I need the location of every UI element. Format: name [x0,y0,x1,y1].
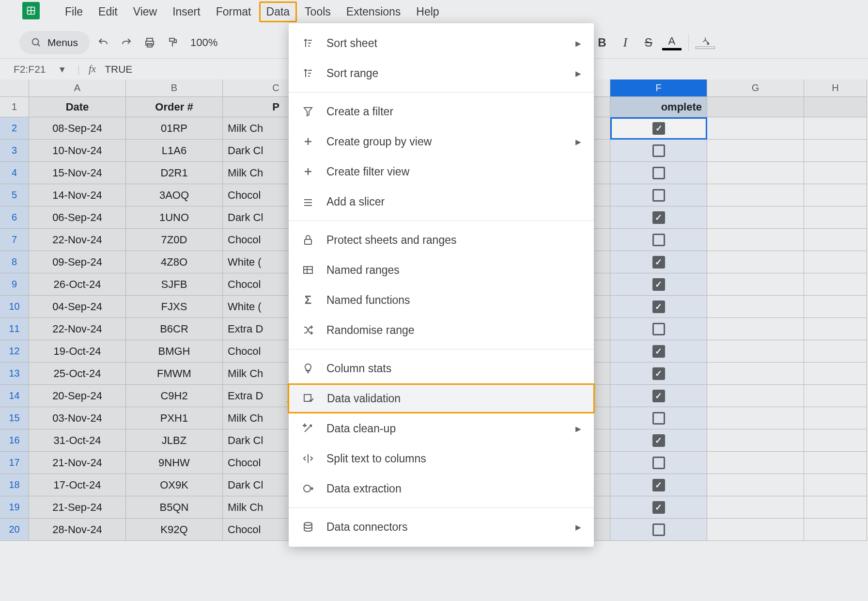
menu-item-data-clean-up[interactable]: Data clean-up▸ [289,413,594,443]
column-header-B[interactable]: B [126,79,223,97]
menu-item-data-extraction[interactable]: Data extraction [289,474,594,504]
checkbox[interactable] [652,144,665,157]
checkbox[interactable] [652,457,665,469]
column-header-F[interactable]: F [610,79,707,97]
row-header-8[interactable]: 8 [0,251,29,273]
row-header-3[interactable]: 3 [0,140,29,162]
checkbox[interactable] [652,434,665,447]
cell-complete-checkbox[interactable] [610,117,707,140]
cell-h[interactable] [804,206,867,229]
menu-item-protect-sheets-and-ranges[interactable]: Protect sheets and ranges [289,225,594,255]
menu-item-split-text-to-columns[interactable]: Split text to columns [289,443,594,474]
menu-item-column-stats[interactable]: Column stats [289,353,594,383]
row-header-7[interactable]: 7 [0,229,29,251]
row-header-12[interactable]: 12 [0,340,29,363]
zoom-level[interactable]: 100% [186,36,221,49]
cell-g[interactable] [707,117,804,140]
row-header-4[interactable]: 4 [0,162,29,184]
checkbox[interactable] [652,390,665,402]
checkbox[interactable] [652,167,665,179]
cell-g[interactable] [707,184,804,206]
menu-item-add-a-slicer[interactable]: Add a slicer [289,187,594,217]
cell-complete-checkbox[interactable] [610,429,707,452]
name-box[interactable]: F2:F21 ▾ [10,62,69,77]
cell-complete-checkbox[interactable] [610,452,707,474]
column-header-G[interactable]: G [707,79,804,97]
menu-item-data-validation[interactable]: Data validation [288,383,595,413]
cell-h[interactable] [804,162,867,184]
cell-complete-checkbox[interactable] [610,407,707,429]
cell-complete-checkbox[interactable] [610,363,707,385]
cell-h[interactable] [804,251,867,273]
cell-complete-checkbox[interactable] [610,496,707,519]
checkbox[interactable] [652,323,665,335]
menu-item-create-filter-view[interactable]: Create filter view [289,157,594,187]
cell-complete-checkbox[interactable] [610,206,707,229]
menu-data[interactable]: Data [259,1,297,22]
cell-h[interactable] [804,318,867,340]
menu-item-named-functions[interactable]: ΣNamed functions [289,285,594,315]
row-header-9[interactable]: 9 [0,273,29,296]
row-header-17[interactable]: 17 [0,452,29,474]
cell-g[interactable] [707,140,804,162]
text-color-button[interactable]: A [662,33,682,52]
cell-h[interactable] [804,429,867,452]
cell-h[interactable] [804,407,867,429]
italic-button[interactable]: I [616,33,635,52]
cell-complete-checkbox[interactable] [610,229,707,251]
cell-g[interactable] [707,229,804,251]
cell-complete-checkbox[interactable] [610,184,707,206]
cell-g[interactable] [707,162,804,184]
menu-tools[interactable]: Tools [297,1,339,22]
checkbox[interactable] [652,479,665,491]
row-header-20[interactable]: 20 [0,519,29,541]
print-button[interactable] [140,33,159,52]
menu-view[interactable]: View [125,1,165,22]
row-header-1[interactable]: 1 [0,97,29,117]
checkbox[interactable] [652,189,665,202]
menu-file[interactable]: File [57,1,91,22]
cell-g[interactable] [707,340,804,363]
cell-complete-checkbox[interactable] [610,318,707,340]
cell-h[interactable] [804,184,867,206]
checkbox[interactable] [652,234,665,246]
checkbox[interactable] [652,367,665,380]
row-header-6[interactable]: 6 [0,206,29,229]
menu-edit[interactable]: Edit [91,1,125,22]
row-header-13[interactable]: 13 [0,363,29,385]
cell-g[interactable] [707,296,804,318]
cell-g[interactable] [707,318,804,340]
menu-format[interactable]: Format [208,1,259,22]
cell-g[interactable] [707,452,804,474]
checkbox[interactable] [652,412,665,425]
row-header-14[interactable]: 14 [0,385,29,407]
menu-item-create-group-by-view[interactable]: Create group by view▸ [289,127,594,157]
cell-g[interactable] [707,474,804,496]
strikethrough-button[interactable]: S [639,33,658,52]
cell-complete-checkbox[interactable] [610,273,707,296]
cell-h[interactable] [804,496,867,519]
checkbox[interactable] [652,501,665,514]
menu-insert[interactable]: Insert [165,1,208,22]
cell-g[interactable] [707,251,804,273]
cell-g[interactable] [707,429,804,452]
menu-item-sort-sheet[interactable]: Sort sheet▸ [289,28,594,58]
cell-h[interactable] [804,273,867,296]
formula-bar-value[interactable]: TRUE [105,63,132,75]
cell-h[interactable] [804,340,867,363]
cell-h[interactable] [804,474,867,496]
cell-complete-checkbox[interactable] [610,340,707,363]
cell-g[interactable] [707,407,804,429]
row-header-19[interactable]: 19 [0,496,29,519]
checkbox[interactable] [652,122,665,135]
checkbox[interactable] [652,256,665,269]
menu-item-create-a-filter[interactable]: Create a filter [289,96,594,127]
checkbox[interactable] [652,278,665,291]
menu-extensions[interactable]: Extensions [339,1,409,22]
cell-g[interactable] [707,496,804,519]
menu-item-named-ranges[interactable]: Named ranges [289,255,594,285]
cell-complete-checkbox[interactable] [610,296,707,318]
menu-item-sort-range[interactable]: Sort range▸ [289,58,594,88]
cell-h[interactable] [804,363,867,385]
cell-complete-checkbox[interactable] [610,385,707,407]
